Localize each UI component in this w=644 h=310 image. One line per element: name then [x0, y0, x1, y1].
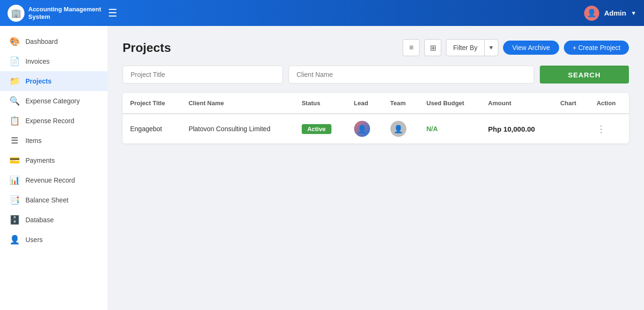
- sidebar-item-invoices[interactable]: 📄 Invoices: [0, 51, 107, 71]
- expense-category-icon: 🔍: [9, 96, 20, 106]
- projects-table: Project Title Client Name Status Lead Te…: [123, 93, 629, 143]
- list-view-icon: ≡: [409, 43, 413, 52]
- project-title-input[interactable]: [123, 66, 283, 84]
- view-archive-button[interactable]: View Archive: [503, 41, 560, 55]
- sidebar-label-users: Users: [25, 236, 43, 243]
- lead-avatar: 👤: [354, 121, 370, 137]
- col-team: Team: [383, 93, 419, 114]
- sidebar-label-items: Items: [25, 137, 41, 144]
- navbar-left: 🏢 Accounting Management System ☰: [8, 5, 117, 22]
- filter-by-arrow-icon: ▼: [484, 40, 498, 56]
- col-project-title: Project Title: [123, 93, 181, 114]
- create-project-button[interactable]: + Create Project: [564, 41, 629, 55]
- sidebar-item-expense-record[interactable]: 📋 Expense Record: [0, 111, 107, 131]
- navbar-right: 👤 Admin ▼: [584, 6, 636, 21]
- sidebar-item-items[interactable]: ☰ Items: [0, 131, 107, 151]
- sidebar-item-dashboard[interactable]: 🎨 Dashboard: [0, 32, 107, 51]
- cell-lead: 👤: [347, 114, 383, 143]
- sidebar-label-payments: Payments: [25, 157, 55, 164]
- header-actions: ≡ ⊞ Filter By ▼ View Archive + Create Pr…: [403, 39, 629, 56]
- grid-view-button[interactable]: ⊞: [424, 39, 441, 56]
- invoices-icon: 📄: [9, 56, 20, 67]
- sidebar-label-expense-category: Expense Category: [25, 97, 80, 105]
- main-layout: 🎨 Dashboard 📄 Invoices 📁 Projects 🔍 Expe…: [0, 26, 644, 310]
- balance-sheet-icon: 📑: [9, 195, 20, 205]
- list-view-button[interactable]: ≡: [403, 39, 420, 56]
- search-button[interactable]: SEARCH: [540, 66, 629, 84]
- action-menu-icon[interactable]: ⋮: [596, 124, 607, 134]
- expense-record-icon: 📋: [9, 116, 20, 126]
- logo-icon: 🏢: [8, 5, 25, 22]
- items-icon: ☰: [9, 135, 20, 146]
- users-icon: 👤: [9, 235, 20, 245]
- cell-project-title: Engagebot: [123, 114, 181, 143]
- sidebar-item-users[interactable]: 👤 Users: [0, 230, 107, 250]
- sidebar-label-revenue-record: Revenue Record: [25, 176, 75, 184]
- search-bar: SEARCH: [123, 66, 629, 84]
- admin-dropdown-icon[interactable]: ▼: [631, 10, 636, 17]
- hamburger-icon[interactable]: ☰: [108, 7, 117, 19]
- sidebar-label-database: Database: [25, 216, 54, 224]
- logo-text: Accounting Management System: [28, 6, 101, 20]
- cell-status: Active: [294, 114, 347, 143]
- col-action: Action: [589, 93, 629, 114]
- used-budget-value: N/A: [427, 125, 438, 133]
- page-title: Projects: [123, 41, 171, 55]
- filter-by-label: Filter By: [446, 44, 484, 51]
- sidebar-item-expense-category[interactable]: 🔍 Expense Category: [0, 91, 107, 111]
- filter-by-dropdown[interactable]: Filter By ▼: [446, 39, 498, 56]
- admin-name: Admin: [604, 9, 626, 17]
- amount-value: Php 10,000.00: [488, 125, 535, 133]
- sidebar-label-projects: Projects: [25, 77, 51, 85]
- sidebar-item-balance-sheet[interactable]: 📑 Balance Sheet: [0, 190, 107, 210]
- logo-box: 🏢 Accounting Management System: [8, 5, 101, 22]
- cell-chart: [553, 114, 589, 143]
- database-icon: 🗄️: [9, 215, 20, 225]
- sidebar-label-balance-sheet: Balance Sheet: [25, 196, 68, 204]
- col-chart: Chart: [553, 93, 589, 114]
- cell-used-budget: N/A: [419, 114, 481, 143]
- team-avatar: 👤: [390, 121, 406, 137]
- table-header: Project Title Client Name Status Lead Te…: [123, 93, 629, 114]
- col-status: Status: [294, 93, 347, 114]
- status-badge: Active: [302, 124, 331, 134]
- client-name-input[interactable]: [289, 66, 534, 84]
- table-body: Engagebot Platovon Consulting Limited Ac…: [123, 114, 629, 143]
- page-header: Projects ≡ ⊞ Filter By ▼ View Archive + …: [123, 39, 629, 56]
- projects-icon: 📁: [9, 76, 20, 86]
- sidebar-label-invoices: Invoices: [25, 58, 50, 65]
- sidebar-item-revenue-record[interactable]: 📊 Revenue Record: [0, 170, 107, 190]
- payments-icon: 💳: [9, 155, 20, 166]
- sidebar-item-payments[interactable]: 💳 Payments: [0, 151, 107, 170]
- admin-avatar-icon: 👤: [584, 6, 599, 21]
- cell-amount: Php 10,000.00: [480, 114, 553, 143]
- grid-view-icon: ⊞: [430, 43, 436, 52]
- sidebar-item-projects[interactable]: 📁 Projects: [0, 71, 107, 91]
- sidebar-label-dashboard: Dashboard: [25, 38, 58, 45]
- navbar: 🏢 Accounting Management System ☰ 👤 Admin…: [0, 0, 644, 26]
- col-used-budget: Used Budget: [419, 93, 481, 114]
- cell-team: 👤: [383, 114, 419, 143]
- sidebar-item-database[interactable]: 🗄️ Database: [0, 210, 107, 230]
- logo-text-line2: System: [28, 13, 50, 20]
- cell-action: ⋮: [589, 114, 629, 143]
- revenue-record-icon: 📊: [9, 175, 20, 185]
- sidebar: 🎨 Dashboard 📄 Invoices 📁 Projects 🔍 Expe…: [0, 26, 107, 310]
- main-content: Projects ≡ ⊞ Filter By ▼ View Archive + …: [107, 26, 644, 310]
- col-lead: Lead: [347, 93, 383, 114]
- dashboard-icon: 🎨: [9, 36, 20, 47]
- projects-table-container: Project Title Client Name Status Lead Te…: [123, 93, 629, 143]
- table-row: Engagebot Platovon Consulting Limited Ac…: [123, 114, 629, 143]
- logo-text-line1: Accounting Management: [28, 6, 101, 13]
- col-client-name: Client Name: [181, 93, 294, 114]
- sidebar-label-expense-record: Expense Record: [25, 117, 74, 125]
- col-amount: Amount: [480, 93, 553, 114]
- cell-client-name: Platovon Consulting Limited: [181, 114, 294, 143]
